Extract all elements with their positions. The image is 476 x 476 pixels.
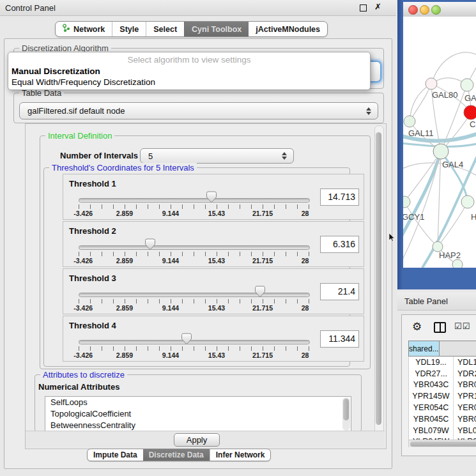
- tab-infer-network[interactable]: Infer Network: [210, 449, 271, 461]
- threshold-thumb-3[interactable]: [254, 286, 266, 298]
- network-node[interactable]: [452, 259, 463, 268]
- threshold-4-value-field[interactable]: 11.344: [320, 330, 359, 348]
- network-node[interactable]: [461, 79, 473, 91]
- num-intervals-combobox[interactable]: 5: [140, 148, 294, 164]
- network-node[interactable]: [426, 78, 437, 89]
- numerical-attributes-list[interactable]: SelfLoops TopologicalCoefficient Between…: [45, 396, 351, 432]
- tab-style[interactable]: Style: [112, 22, 146, 36]
- network-view-canvas[interactable]: GAL80 GA C GAL11 GAL4 GCY1 H HAP2: [403, 17, 476, 268]
- float-window-icon[interactable]: [360, 4, 367, 12]
- gear-icon[interactable]: ⚙: [412, 320, 422, 334]
- tab-impute-data[interactable]: Impute Data: [88, 449, 143, 461]
- table-row[interactable]: YDR27...YDR2: [409, 368, 476, 380]
- interval-definition-title: Interval Definition: [45, 131, 114, 141]
- table-row[interactable]: YBR043CYBR0: [409, 380, 476, 391]
- table-row[interactable]: YDL19...YDL1: [409, 357, 476, 368]
- dropdown-option-equal-width[interactable]: Equal Width/Frequency Discretization: [12, 77, 155, 87]
- threshold-thumb-1[interactable]: [206, 191, 217, 203]
- scrollbar-thumb[interactable]: [376, 132, 381, 425]
- num-intervals-label: Number of Intervals: [60, 151, 138, 160]
- threshold-panel-2: Threshold 2 -3.4262.8599.14415.4321.7152…: [63, 221, 364, 267]
- list-item[interactable]: SelfLoops: [45, 397, 351, 408]
- network-node[interactable]: [404, 116, 415, 127]
- column-header-name[interactable]: n: [440, 341, 476, 357]
- threshold-2-value-field[interactable]: 6.316: [320, 236, 359, 253]
- network-window-titlebar[interactable]: [403, 2, 476, 17]
- table-row[interactable]: YBL079WYBL0: [409, 425, 476, 436]
- node-label: GAL4: [442, 160, 463, 169]
- algorithm-dropdown-popup: Select algorithm to view settings Manual…: [8, 52, 371, 90]
- node-label: HAP2: [439, 250, 461, 260]
- threshold-1-slider-track[interactable]: [79, 198, 310, 203]
- node-label: GCY1: [403, 212, 424, 222]
- tick-labels: -3.4262.8599.14415.4321.71528: [79, 257, 309, 265]
- control-panel-title: Control Panel: [5, 3, 56, 13]
- tick-labels: -3.4262.8599.14415.4321.71528: [79, 304, 309, 312]
- tab-jactivemnodules[interactable]: jActiveMNodules: [249, 22, 327, 36]
- mouse-cursor: [389, 233, 395, 245]
- node-label: C: [470, 119, 475, 129]
- num-intervals-value: 5: [141, 151, 280, 161]
- attributes-list-scrollbar[interactable]: [342, 397, 350, 431]
- settings-scroll-panel: Interval Definition Number of Intervals …: [25, 123, 387, 449]
- attributes-group-title: Attributes to discretize: [40, 370, 127, 380]
- thresholds-group-title: Threshold's Coordinates for 5 Intervals: [49, 163, 197, 173]
- threshold-panel-4: Threshold 4 -3.4262.8599.14415.4321.7152…: [63, 316, 364, 362]
- close-icon[interactable]: ✗: [374, 2, 381, 12]
- zoom-traffic-light[interactable]: [431, 5, 441, 15]
- threshold-4-label: Threshold 4: [69, 321, 116, 330]
- apply-strip: Apply: [26, 431, 385, 448]
- close-traffic-light[interactable]: [408, 5, 418, 15]
- tab-cyni-toolbox[interactable]: Cyni Toolbox: [184, 22, 249, 36]
- table-row[interactable]: YPR145WYPR1: [409, 390, 476, 402]
- dropdown-placeholder: Select algorithm to view settings: [8, 55, 370, 65]
- threshold-panel-3: Threshold 3 -3.4262.8599.14415.4321.7152…: [63, 268, 364, 314]
- split-columns-icon[interactable]: [434, 322, 446, 333]
- threshold-thumb-2[interactable]: [144, 238, 156, 250]
- dropdown-option-manual-discretization[interactable]: Manual Discretization: [12, 66, 100, 76]
- list-item[interactable]: BetweennessCentrality: [45, 420, 351, 431]
- tab-discretize-data[interactable]: Discretize Data: [143, 449, 210, 461]
- node-label: GAL11: [408, 128, 434, 138]
- scrollbar-thumb[interactable]: [410, 441, 476, 447]
- threshold-3-slider-track[interactable]: [79, 293, 310, 297]
- stepper-icon: [365, 107, 372, 115]
- table-header-row: shared... n: [408, 341, 476, 357]
- tick-marks: [79, 346, 310, 351]
- threshold-panel-1: Threshold 1 -3.4262.8599.14415.4321.7152…: [63, 174, 364, 220]
- stepper-icon: [280, 152, 288, 160]
- tick-marks: [79, 299, 310, 303]
- control-panel-titlebar: Control Panel ✗: [0, 0, 396, 16]
- threshold-3-value-field[interactable]: 21.4: [320, 283, 359, 300]
- tick-marks: [79, 204, 310, 209]
- tick-labels: -3.4262.8599.14415.4321.71528: [79, 210, 309, 217]
- network-node-selected[interactable]: [464, 105, 476, 119]
- tick-marks: [79, 252, 310, 256]
- table-data-combobox[interactable]: galFiltered.sif default node: [19, 102, 378, 119]
- select-columns-checkbox-icon[interactable]: ☑☑: [454, 321, 470, 331]
- node-table: shared... n YDL19...YDL1 YDR27...YDR2 YB…: [408, 341, 476, 447]
- threshold-thumb-4[interactable]: [181, 333, 192, 345]
- threshold-4-slider-track[interactable]: [79, 340, 310, 344]
- table-row[interactable]: YER054CYER0: [409, 402, 476, 413]
- scrollbar-thumb[interactable]: [343, 399, 349, 420]
- network-node[interactable]: [461, 196, 474, 208]
- node-label: H: [471, 212, 476, 222]
- tab-network[interactable]: Network: [56, 22, 112, 36]
- tab-select[interactable]: Select: [146, 22, 184, 36]
- apply-button[interactable]: Apply: [174, 433, 220, 447]
- list-item[interactable]: TopologicalCoefficient: [45, 408, 351, 420]
- numerical-attributes-heading: Numerical Attributes: [38, 382, 119, 392]
- threshold-1-value-field[interactable]: 14.713: [320, 188, 359, 206]
- table-row[interactable]: YBR045CYBR0: [409, 413, 476, 425]
- control-panel-tabs: Network Style Select Cyni Toolbox jActiv…: [55, 21, 328, 37]
- table-data-value: galFiltered.sif default node: [20, 106, 365, 116]
- network-node[interactable]: [403, 196, 410, 208]
- column-header-shared-name[interactable]: shared...: [408, 341, 440, 357]
- network-node[interactable]: [433, 144, 449, 159]
- threshold-2-slider-track[interactable]: [79, 245, 310, 250]
- settings-vertical-scrollbar[interactable]: [374, 125, 384, 447]
- minimize-traffic-light[interactable]: [420, 5, 429, 15]
- table-body[interactable]: YDL19...YDL1 YDR27...YDR2 YBR043CYBR0 YP…: [408, 357, 476, 447]
- table-horizontal-scrollbar[interactable]: [409, 440, 476, 447]
